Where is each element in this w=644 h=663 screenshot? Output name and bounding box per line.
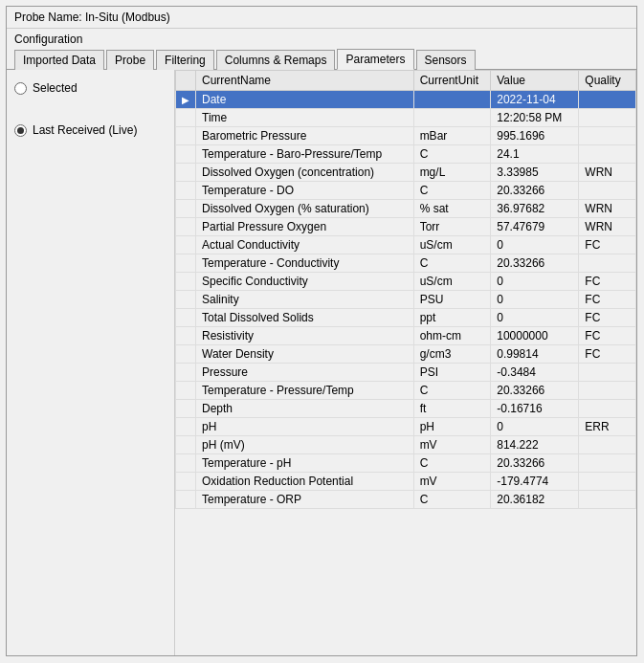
- row-name: Partial Pressure Oxygen: [196, 218, 414, 236]
- col-header-value: Value: [491, 71, 579, 91]
- table-row[interactable]: Specific ConductivityuS/cm0FC: [176, 273, 636, 291]
- row-name: pH (mV): [196, 436, 414, 454]
- row-unit: mBar: [413, 127, 491, 145]
- row-arrow: [176, 164, 196, 182]
- row-unit: [413, 109, 491, 127]
- table-row[interactable]: Time12:20:58 PM: [176, 109, 636, 127]
- row-unit: ft: [413, 400, 491, 418]
- row-arrow: [176, 345, 196, 364]
- row-value: 3.33985: [491, 164, 579, 182]
- table-row[interactable]: Temperature - Baro-Pressure/TempC24.1: [176, 145, 636, 164]
- row-value: 57.47679: [491, 218, 579, 236]
- radio-selected[interactable]: Selected: [14, 81, 167, 95]
- table-row[interactable]: Temperature - ConductivityC20.33266: [176, 254, 636, 273]
- row-value: 814.222: [491, 436, 579, 454]
- row-unit: mV: [413, 436, 491, 454]
- row-name: Temperature - ORP: [196, 491, 414, 509]
- row-value: 20.33266: [491, 382, 579, 400]
- row-value: 0: [491, 418, 579, 436]
- tab-probe[interactable]: Probe: [106, 50, 154, 70]
- row-name: Dissolved Oxygen (concentration): [196, 164, 414, 182]
- table-row[interactable]: Partial Pressure OxygenTorr57.47679WRN: [176, 218, 636, 236]
- row-quality: [579, 127, 636, 145]
- tab-filtering[interactable]: Filtering: [156, 50, 214, 70]
- row-arrow: [176, 473, 196, 491]
- tab-sensors[interactable]: Sensors: [416, 50, 476, 70]
- row-unit: mg/L: [413, 164, 491, 182]
- row-name: Resistivity: [196, 327, 414, 345]
- table-row[interactable]: Temperature - pHC20.33266: [176, 454, 636, 473]
- tab-columns-remaps[interactable]: Columns & Remaps: [216, 50, 336, 70]
- row-value: 2022-11-04: [491, 91, 579, 109]
- row-name: Barometric Pressure: [196, 127, 414, 145]
- table-row[interactable]: Temperature - Pressure/TempC20.33266: [176, 382, 636, 400]
- table-row[interactable]: Resistivityohm-cm10000000FC: [176, 327, 636, 345]
- row-name: Salinity: [196, 291, 414, 309]
- row-name: Pressure: [196, 364, 414, 382]
- row-arrow: [176, 364, 196, 382]
- row-quality: ERR: [579, 418, 636, 436]
- row-name: Dissolved Oxygen (% saturation): [196, 200, 414, 218]
- row-arrow: [176, 145, 196, 164]
- row-arrow: [176, 436, 196, 454]
- row-name: Temperature - Pressure/Temp: [196, 382, 414, 400]
- table-row[interactable]: pHpH0ERR: [176, 418, 636, 436]
- row-quality: FC: [579, 309, 636, 327]
- tab-parameters[interactable]: Parameters: [337, 49, 413, 70]
- row-arrow: [176, 454, 196, 473]
- row-unit: % sat: [413, 200, 491, 218]
- row-quality: [579, 473, 636, 491]
- window-title: Probe Name: In-Situ (Modbus): [14, 11, 170, 24]
- table-row[interactable]: Actual ConductivityuS/cm0FC: [176, 236, 636, 254]
- row-quality: WRN: [579, 164, 636, 182]
- content-area: Selected Last Received (Live) CurrentNam…: [7, 70, 636, 655]
- row-unit: ohm-cm: [413, 327, 491, 345]
- table-row[interactable]: ▶Date2022-11-04: [176, 91, 636, 109]
- row-value: 0: [491, 273, 579, 291]
- row-quality: [579, 145, 636, 164]
- table-row[interactable]: SalinityPSU0FC: [176, 291, 636, 309]
- table-row[interactable]: pH (mV)mV814.222: [176, 436, 636, 454]
- table-row[interactable]: Dissolved Oxygen (concentration)mg/L3.33…: [176, 164, 636, 182]
- row-arrow: [176, 291, 196, 309]
- row-name: Temperature - Baro-Pressure/Temp: [196, 145, 414, 164]
- left-panel: Selected Last Received (Live): [7, 70, 174, 655]
- tab-imported-data[interactable]: Imported Data: [14, 50, 104, 70]
- table-row[interactable]: Dissolved Oxygen (% saturation)% sat36.9…: [176, 200, 636, 218]
- row-name: pH: [196, 418, 414, 436]
- table-row[interactable]: Temperature - ORPC20.36182: [176, 491, 636, 509]
- row-quality: FC: [579, 327, 636, 345]
- row-unit: PSU: [413, 291, 491, 309]
- row-value: 0: [491, 291, 579, 309]
- radio-last-received[interactable]: Last Received (Live): [14, 123, 167, 137]
- row-quality: [579, 182, 636, 200]
- table-row[interactable]: Temperature - DOC20.33266: [176, 182, 636, 200]
- table-row[interactable]: Total Dissolved Solidsppt0FC: [176, 309, 636, 327]
- table-row[interactable]: Water Densityg/cm30.99814FC: [176, 345, 636, 364]
- row-value: 36.97682: [491, 200, 579, 218]
- table-row[interactable]: PressurePSI-0.3484: [176, 364, 636, 382]
- parameters-table-area[interactable]: CurrentName CurrentUnit Value Quality ▶D…: [174, 70, 636, 655]
- config-label: Configuration: [7, 29, 636, 48]
- row-unit: pH: [413, 418, 491, 436]
- row-quality: FC: [579, 345, 636, 364]
- radio-selected-indicator: [14, 82, 27, 95]
- row-unit: g/cm3: [413, 345, 491, 364]
- row-quality: [579, 436, 636, 454]
- table-row[interactable]: Oxidation Reduction PotentialmV-179.4774: [176, 473, 636, 491]
- col-header-name: CurrentName: [196, 71, 414, 91]
- row-unit: C: [413, 454, 491, 473]
- row-name: Oxidation Reduction Potential: [196, 473, 414, 491]
- row-arrow: [176, 218, 196, 236]
- row-arrow: [176, 400, 196, 418]
- row-arrow: [176, 491, 196, 509]
- row-arrow: [176, 236, 196, 254]
- row-value: 12:20:58 PM: [491, 109, 579, 127]
- row-unit: mV: [413, 473, 491, 491]
- row-value: 10000000: [491, 327, 579, 345]
- table-row[interactable]: Depthft-0.16716: [176, 400, 636, 418]
- row-arrow: [176, 200, 196, 218]
- row-unit: PSI: [413, 364, 491, 382]
- row-unit: ppt: [413, 309, 491, 327]
- table-row[interactable]: Barometric PressuremBar995.1696: [176, 127, 636, 145]
